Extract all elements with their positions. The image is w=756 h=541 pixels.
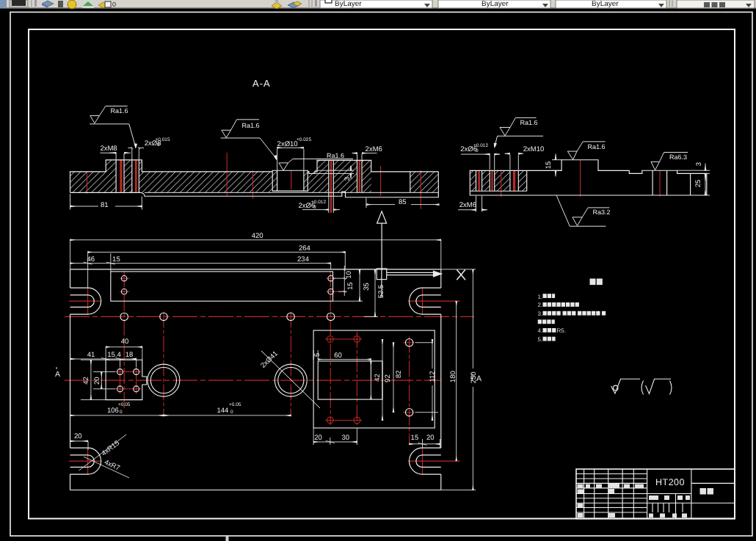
svg-text:20: 20 [93,377,101,385]
svg-text:5: 5 [313,353,321,357]
svg-text:2.: 2. [538,302,543,308]
svg-text:10: 10 [345,271,353,279]
svg-text:+0.012: +0.012 [473,143,488,148]
svg-text:Ra6.3: Ra6.3 [669,153,687,161]
svg-text:ByLayer: ByLayer [481,0,509,8]
svg-text:R5.: R5. [557,327,566,334]
svg-text:+0.012: +0.012 [311,200,326,205]
svg-text:15: 15 [112,255,120,264]
svg-text:60: 60 [334,352,342,360]
svg-text:42: 42 [374,374,382,382]
svg-text:264: 264 [299,244,310,253]
svg-text:42: 42 [82,377,90,385]
svg-text:85: 85 [399,198,407,206]
svg-text:0: 0 [120,410,123,415]
svg-text:2xM10: 2xM10 [523,145,545,153]
svg-text:0: 0 [157,142,160,148]
svg-text:Ra1.6: Ra1.6 [588,143,606,150]
svg-text:A: A [55,370,60,379]
svg-text:Ra1.6: Ra1.6 [520,119,538,126]
svg-text:81: 81 [101,201,109,209]
svg-text:92: 92 [384,374,392,382]
svg-text:+0.05: +0.05 [229,402,241,407]
svg-text:106: 106 [107,407,119,415]
svg-text:HT200: HT200 [655,477,685,487]
svg-text:0: 0 [476,148,479,153]
svg-text:20: 20 [426,434,435,442]
svg-text:41: 41 [87,351,95,359]
svg-text:+0.05: +0.05 [118,402,131,407]
svg-text:18: 18 [126,351,134,359]
svg-text:A: A [476,374,481,383]
svg-text:144: 144 [217,407,229,415]
svg-text:A-A: A-A [252,78,271,89]
svg-text:2xM6: 2xM6 [366,145,382,153]
svg-text:1.: 1. [538,294,543,300]
svg-text:15: 15 [346,283,355,291]
svg-text:4.: 4. [538,327,543,334]
svg-text:15: 15 [411,434,419,442]
svg-text:0: 0 [112,1,116,8]
svg-text:15.4: 15.4 [107,351,121,359]
svg-text:3: 3 [344,177,352,181]
svg-text:ByLayer: ByLayer [335,0,362,8]
svg-text:82: 82 [395,370,403,378]
svg-text:ByLayer: ByLayer [592,0,619,8]
svg-text:234: 234 [297,255,309,264]
svg-text:15: 15 [545,161,553,170]
svg-text:5.: 5. [538,336,543,343]
svg-text:2xØ10: 2xØ10 [277,140,298,148]
svg-text:2xM6: 2xM6 [459,201,476,209]
svg-text:2xM8: 2xM8 [100,145,117,153]
svg-text:30: 30 [342,434,350,442]
svg-text:3.: 3. [538,311,543,317]
svg-text:Ra1.6: Ra1.6 [327,152,344,159]
svg-text:Ra1.6: Ra1.6 [242,122,260,129]
svg-text:180: 180 [449,371,457,382]
svg-text:20: 20 [314,434,322,442]
svg-text:420: 420 [252,232,263,240]
svg-text:46: 46 [87,255,95,264]
svg-text:Ra1.6: Ra1.6 [111,107,128,115]
svg-text:20: 20 [74,432,82,440]
svg-text:Ra3.2: Ra3.2 [593,208,611,216]
svg-text:52.5: 52.5 [378,285,386,299]
svg-text:40: 40 [121,338,129,346]
svg-text:0: 0 [313,205,316,210]
svg-text:25: 25 [694,180,702,188]
svg-text:3: 3 [695,162,703,166]
svg-text:35: 35 [363,283,371,291]
svg-text:0: 0 [230,410,233,415]
svg-text:112: 112 [429,371,437,382]
svg-text:+0.025: +0.025 [297,137,311,142]
